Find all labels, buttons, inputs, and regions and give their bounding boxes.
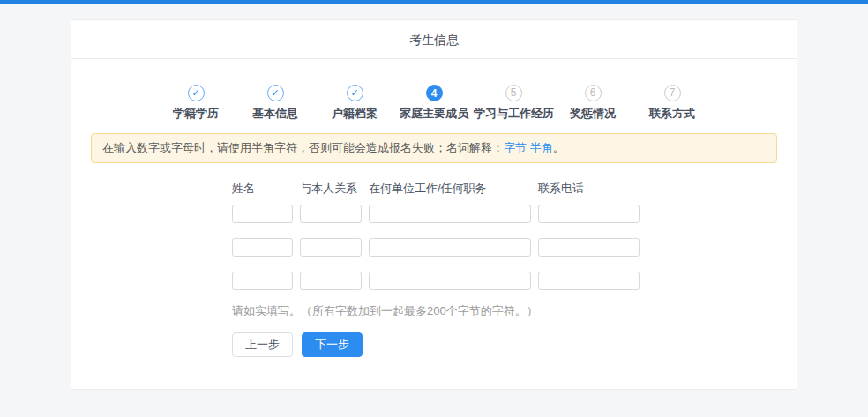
step-label: 学习与工作经历: [474, 106, 553, 122]
step-basic-info: ✓ 基本信息: [236, 85, 315, 122]
table-header-row: 姓名 与本人关系 在何单位工作/任何职务 联系电话: [232, 181, 647, 197]
member3-name-input[interactable]: [232, 272, 293, 290]
step-label: 家庭主要成员: [394, 106, 474, 122]
column-header-relationship: 与本人关系: [300, 181, 362, 197]
halfwidth-warning-banner: 在输入数字或字母时，请使用半角字符，否则可能会造成报名失败；名词解释：字节 半角…: [91, 133, 777, 163]
table-row: [232, 272, 647, 290]
previous-step-button[interactable]: 上一步: [232, 332, 293, 357]
table-row: [232, 238, 647, 257]
member2-name-input[interactable]: [232, 238, 293, 257]
step-label: 联系方式: [632, 106, 712, 122]
step-study-work-history: 5 学习与工作经历: [474, 85, 553, 122]
member1-name-input[interactable]: [232, 205, 293, 223]
halfwidth-definition-link[interactable]: 半角: [530, 141, 553, 154]
step-label: 户籍档案: [315, 106, 394, 122]
next-step-button[interactable]: 下一步: [302, 332, 363, 357]
byte-definition-link[interactable]: 字节: [504, 141, 527, 154]
step-household-file: ✓ 户籍档案: [315, 85, 394, 122]
check-icon: ✓: [188, 85, 205, 101]
member3-work-unit-input[interactable]: [369, 272, 531, 290]
check-icon: ✓: [267, 85, 284, 101]
step-number-badge: 5: [505, 85, 522, 101]
member3-phone-input[interactable]: [538, 272, 640, 290]
page-title: 考生信息: [71, 20, 797, 59]
member1-phone-input[interactable]: [538, 205, 640, 223]
candidate-info-card: 考生信息 ✓ 学籍学历 ✓ 基本信息 ✓ 户籍档案 4 家庭主要成员 5 学习与…: [71, 19, 797, 390]
member1-work-unit-input[interactable]: [369, 205, 531, 223]
family-members-form: 姓名 与本人关系 在何单位工作/任何职务 联系电话 请如实填写。（所有字数加到一…: [232, 181, 647, 357]
step-wizard: ✓ 学籍学历 ✓ 基本信息 ✓ 户籍档案 4 家庭主要成员 5 学习与工作经历 …: [71, 85, 797, 122]
step-number-badge: 6: [585, 85, 602, 101]
step-number-badge: 4: [426, 85, 443, 101]
table-row: [232, 205, 647, 223]
top-accent-bar: [0, 0, 868, 4]
step-number-badge: 7: [664, 85, 681, 101]
wizard-actions: 上一步 下一步: [232, 332, 647, 357]
step-contact-info: 7 联系方式: [632, 85, 712, 122]
step-school-record: ✓ 学籍学历: [156, 85, 236, 122]
member1-relationship-input[interactable]: [300, 205, 362, 223]
warning-suffix: 。: [553, 141, 565, 154]
member2-phone-input[interactable]: [538, 238, 640, 257]
step-label: 学籍学历: [156, 106, 236, 122]
member3-relationship-input[interactable]: [300, 272, 362, 290]
step-family-members: 4 家庭主要成员: [394, 85, 474, 122]
warning-text: 在输入数字或字母时，请使用半角字符，否则可能会造成报名失败；名词解释：: [102, 141, 504, 154]
fill-instructions-note: 请如实填写。（所有字数加到一起最多200个字节的字符。）: [232, 303, 647, 319]
step-label: 奖惩情况: [553, 106, 632, 122]
column-header-name: 姓名: [232, 181, 293, 197]
step-rewards-punishments: 6 奖惩情况: [553, 85, 632, 122]
member2-work-unit-input[interactable]: [369, 238, 531, 257]
column-header-phone: 联系电话: [538, 181, 640, 197]
check-icon: ✓: [347, 85, 363, 101]
step-label: 基本信息: [236, 106, 315, 122]
column-header-work-unit: 在何单位工作/任何职务: [369, 181, 531, 197]
member2-relationship-input[interactable]: [300, 238, 362, 257]
